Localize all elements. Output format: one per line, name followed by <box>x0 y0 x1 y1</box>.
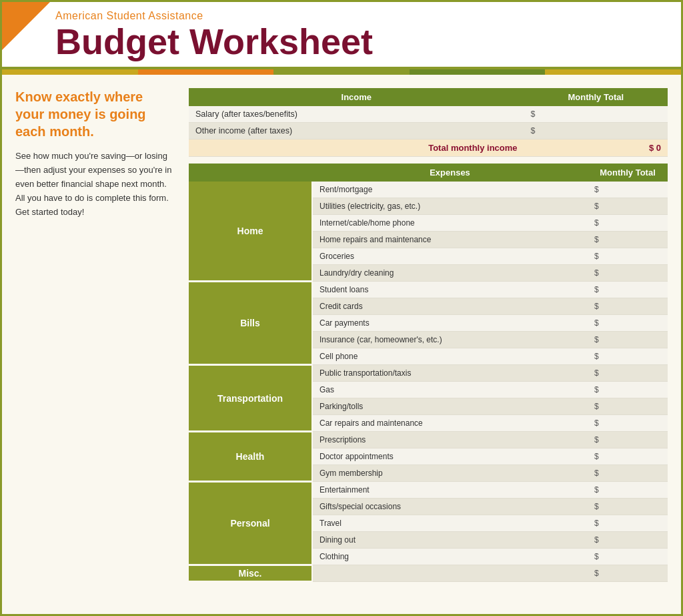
expense-item: Car repairs and maintenance <box>312 415 588 432</box>
org-name: American Student Assistance <box>55 10 668 22</box>
expense-dollar[interactable]: $ <box>588 432 668 448</box>
expense-item: Travel <box>312 515 588 532</box>
expense-item: Prescriptions <box>312 432 588 448</box>
intro-section: Know exactly where your money is going e… <box>15 88 175 583</box>
expense-dollar[interactable]: $ <box>588 515 668 532</box>
expense-item: Student loans <box>312 282 588 298</box>
expense-dollar[interactable]: $ <box>588 348 668 365</box>
table-row: TransportationPublic transportation/taxi… <box>189 365 668 382</box>
expense-dollar[interactable]: $ <box>588 265 668 282</box>
expense-dollar[interactable]: $ <box>588 415 668 432</box>
income-header-label: Income <box>189 88 524 106</box>
expenses-table: Expenses Monthly Total HomeRent/mortgage… <box>189 164 668 583</box>
income-total-label: Total monthly income <box>189 139 524 157</box>
expense-item: Cell phone <box>312 348 588 365</box>
table-row: HomeRent/mortgage$ <box>189 182 668 198</box>
category-bills: Bills <box>189 282 312 365</box>
category-home: Home <box>189 182 312 282</box>
stripe-bar <box>2 69 681 75</box>
expense-dollar[interactable]: $ <box>588 482 668 499</box>
expenses-header-label: Expenses <box>312 164 588 182</box>
category-misc.: Misc. <box>189 565 312 582</box>
expense-item: Groceries <box>312 248 588 265</box>
table-row: PersonalEntertainment$ <box>189 482 668 499</box>
expense-dollar[interactable]: $ <box>588 465 668 482</box>
expense-dollar[interactable]: $ <box>588 332 668 348</box>
table-row: Misc.$ <box>189 565 668 582</box>
table-row: Salary (after taxes/benefits) $ <box>189 106 668 123</box>
header: American Student Assistance Budget Works… <box>2 2 681 69</box>
expense-item: Rent/mortgage <box>312 182 588 198</box>
expense-dollar[interactable]: $ <box>588 565 668 582</box>
income-row-dollar-0[interactable]: $ <box>524 106 668 123</box>
table-row: Other income (after taxes) $ <box>189 123 668 139</box>
page-wrapper: American Student Assistance Budget Works… <box>0 0 683 616</box>
expense-item: Internet/cable/home phone <box>312 215 588 232</box>
expense-dollar[interactable]: $ <box>588 382 668 398</box>
expense-dollar[interactable]: $ <box>588 298 668 315</box>
expense-dollar[interactable]: $ <box>588 248 668 265</box>
table-row: BillsStudent loans$ <box>189 282 668 298</box>
income-row-label-1: Other income (after taxes) <box>189 123 524 139</box>
page-title: Budget Worksheet <box>55 22 668 61</box>
expense-item: Parking/tolls <box>312 398 588 415</box>
income-total-value[interactable]: $ 0 <box>524 139 668 157</box>
income-row-label: Salary (after taxes/benefits) <box>189 106 524 123</box>
expense-dollar[interactable]: $ <box>588 448 668 465</box>
income-row-dollar-1[interactable]: $ <box>524 123 668 139</box>
expense-dollar[interactable]: $ <box>588 282 668 298</box>
main-content: Know exactly where your money is going e… <box>2 75 681 596</box>
expense-item: Home repairs and maintenance <box>312 232 588 248</box>
expense-item: Public transportation/taxis <box>312 365 588 382</box>
expense-item: Laundry/dry cleaning <box>312 265 588 282</box>
income-total-row: Total monthly income $ 0 <box>189 139 668 157</box>
expense-item <box>312 565 588 582</box>
expenses-header-total: Monthly Total <box>588 164 668 182</box>
expense-dollar[interactable]: $ <box>588 532 668 549</box>
category-health: Health <box>189 432 312 482</box>
expense-item: Entertainment <box>312 482 588 499</box>
expense-item: Gym membership <box>312 465 588 482</box>
expenses-cat-header <box>189 164 312 182</box>
expense-dollar[interactable]: $ <box>588 198 668 215</box>
expense-dollar[interactable]: $ <box>588 365 668 382</box>
expense-item: Utilities (electricity, gas, etc.) <box>312 198 588 215</box>
expense-dollar[interactable]: $ <box>588 182 668 198</box>
worksheet-section: Income Monthly Total Salary (after taxes… <box>189 88 668 583</box>
category-personal: Personal <box>189 482 312 565</box>
table-row: HealthPrescriptions$ <box>189 432 668 448</box>
expense-dollar[interactable]: $ <box>588 398 668 415</box>
category-transportation: Transportation <box>189 365 312 432</box>
expense-dollar[interactable]: $ <box>588 232 668 248</box>
income-header-total: Monthly Total <box>524 88 668 106</box>
expense-dollar[interactable]: $ <box>588 215 668 232</box>
intro-body: See how much you're saving—or losing—the… <box>15 149 175 219</box>
expense-item: Clothing <box>312 549 588 565</box>
expense-dollar[interactable]: $ <box>588 315 668 332</box>
expense-item: Gas <box>312 382 588 398</box>
expense-dollar[interactable]: $ <box>588 549 668 565</box>
expense-item: Dining out <box>312 532 588 549</box>
expense-item: Insurance (car, homeowner's, etc.) <box>312 332 588 348</box>
expense-item: Gifts/special occasions <box>312 499 588 515</box>
expense-item: Car payments <box>312 315 588 332</box>
expense-item: Credit cards <box>312 298 588 315</box>
income-table: Income Monthly Total Salary (after taxes… <box>189 88 668 157</box>
expense-dollar[interactable]: $ <box>588 499 668 515</box>
intro-headline: Know exactly where your money is going e… <box>15 88 175 140</box>
expense-item: Doctor appointments <box>312 448 588 465</box>
